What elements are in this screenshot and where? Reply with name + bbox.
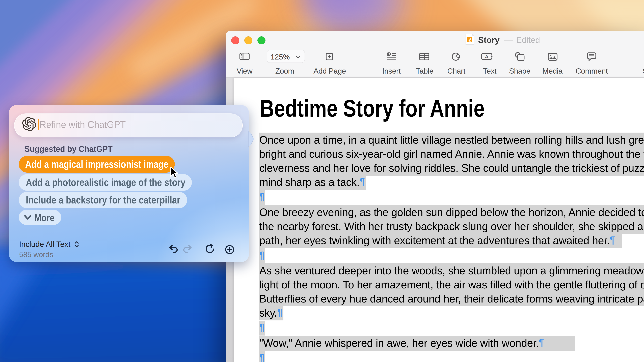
- svg-text:A: A: [485, 54, 488, 59]
